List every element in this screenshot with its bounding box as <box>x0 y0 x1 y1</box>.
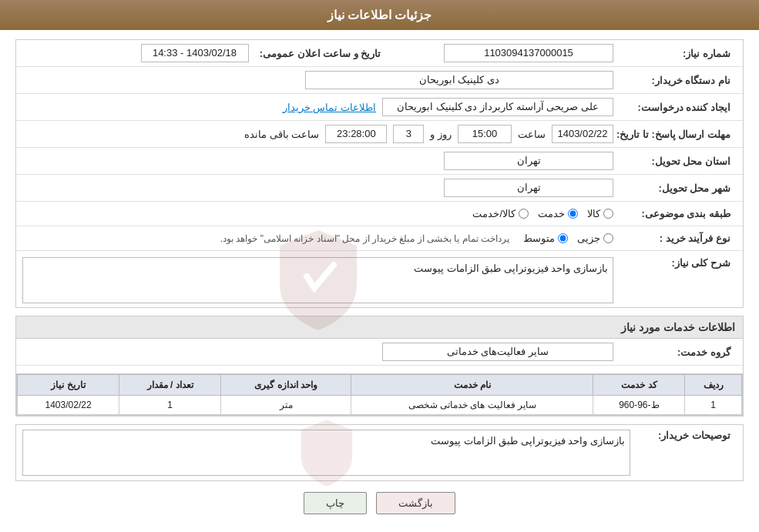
announce-value-cell: 1403/02/18 - 14:33 <box>22 44 249 62</box>
services-section-title: اطلاعات خدمات مورد نیاز <box>16 316 743 339</box>
cell-code: ط-96-960 <box>593 396 685 415</box>
requester-label: ایجاد کننده درخواست: <box>613 102 737 113</box>
reply-time-label: ساعت <box>518 129 546 140</box>
row-buyer-name: نام دستگاه خریدار: دی کلینیک ابوریحان <box>16 67 743 94</box>
buyer-desc-box: بازسازی واحد فیزیوتراپی طبق الزامات پیوس… <box>22 430 630 476</box>
reply-days-label: روز و <box>430 129 452 140</box>
content-area: شماره نیاز: 1103094137000015 تاریخ و ساع… <box>0 30 759 531</box>
province-value-cell: تهران <box>22 152 613 170</box>
page-title: جزئیات اطلاعات نیاز <box>327 8 432 22</box>
table-row: 1 ط-96-960 سایر فعالیت هاى خدماتى شخصى م… <box>18 396 742 415</box>
buyer-name-value: دی کلینیک ابوریحان <box>305 71 613 89</box>
category-khadamat-label: خدمت <box>538 208 565 219</box>
purchase-type-options: جزیی متوسط <box>523 233 613 244</box>
requester-value: علی صریحی آراسته کاربرداز دی کلینیک ابور… <box>382 98 613 116</box>
reply-days: 3 <box>393 125 424 143</box>
back-button[interactable]: بازگشت <box>376 492 455 514</box>
contact-link[interactable]: اطلاعات تماس خریدار <box>283 102 376 113</box>
purchase-type-note: پرداخت تمام یا بخشی از مبلغ خریدار از مح… <box>220 233 509 244</box>
row-requester: ایجاد کننده درخواست: علی صریحی آراسته کا… <box>16 94 743 121</box>
service-group-label: گروه خدمت: <box>613 346 737 358</box>
category-label: طبقه بندی موضوعی: <box>613 208 737 219</box>
city-value-cell: تهران <box>22 179 613 197</box>
row-city: شهر محل تحویل: تهران <box>16 175 743 202</box>
cell-date: 1403/02/22 <box>18 396 119 415</box>
page-wrapper: جزئیات اطلاعات نیاز شماره نیاز: 11030941… <box>0 0 759 532</box>
need-number-value: 1103094137000015 <box>444 44 613 62</box>
category-kala-khadamat-label: کالا/خدمت <box>472 208 516 219</box>
category-khadamat-radio[interactable] <box>568 209 578 219</box>
reply-date: 1403/02/22 <box>552 125 613 143</box>
row-province: استان محل تحویل: تهران <box>16 148 743 175</box>
general-desc-box: بازسازی واحد فیزیوتراپی طبق الزامات پیوس… <box>22 257 613 303</box>
category-kala-label: کالا <box>587 208 600 219</box>
general-desc-label: شرح کلی نیاز: <box>613 257 737 269</box>
services-section: اطلاعات خدمات مورد نیاز گروه خدمت: سایر … <box>15 316 744 417</box>
services-table-container: ردیف کد خدمت نام خدمت واحد اندازه گیری ت… <box>16 373 743 416</box>
row-general-desc: شرح کلی نیاز: بازسازی واحد فیزیوتراپی طب… <box>16 251 743 307</box>
reply-time: 15:00 <box>458 125 512 143</box>
row-reply-date: مهلت ارسال پاسخ: تا تاریخ: 1403/02/22 سا… <box>16 121 743 148</box>
purchase-type-value-cell: جزیی متوسط پرداخت تمام یا بخشی از مبلغ خ… <box>22 233 613 244</box>
purchase-type-motosat-label: متوسط <box>523 233 555 244</box>
purchase-type-motosat-radio[interactable] <box>558 233 568 243</box>
col-code: کد خدمت <box>593 375 685 396</box>
purchase-type-jozii-label: جزیی <box>577 233 600 244</box>
col-name: نام خدمت <box>351 375 593 396</box>
need-number-value-cell: 1103094137000015 <box>388 44 614 62</box>
category-options: کالا خدمت کالا/خدمت <box>22 208 613 219</box>
city-label: شهر محل تحویل: <box>613 182 737 194</box>
purchase-type-jozii-radio[interactable] <box>603 233 613 243</box>
cell-row-num: 1 <box>685 396 742 415</box>
print-button[interactable]: چاپ <box>304 492 367 514</box>
buyer-name-label: نام دستگاه خریدار: <box>613 75 737 86</box>
need-number-label: شماره نیاز: <box>613 48 737 59</box>
province-label: استان محل تحویل: <box>613 156 737 167</box>
requester-value-cell: علی صریحی آراسته کاربرداز دی کلینیک ابور… <box>22 98 613 116</box>
service-group-value: سایر فعالیت‌های خدماتی <box>382 343 613 361</box>
reply-date-label: مهلت ارسال پاسخ: تا تاریخ: <box>613 129 737 140</box>
province-value: تهران <box>444 152 613 170</box>
page-header: جزئیات اطلاعات نیاز <box>0 0 759 30</box>
row-category: طبقه بندی موضوعی: کالا خدمت کالا/خدمت <box>16 202 743 226</box>
category-kala-radio[interactable] <box>603 209 613 219</box>
category-kala[interactable]: کالا <box>587 208 613 219</box>
cell-unit: متر <box>221 396 351 415</box>
service-group-value-cell: سایر فعالیت‌های خدماتی <box>22 343 613 361</box>
row-need-number: شماره نیاز: 1103094137000015 تاریخ و ساع… <box>16 40 743 67</box>
announce-value: 1403/02/18 - 14:33 <box>141 44 249 62</box>
reply-remaining: 23:28:00 <box>325 125 387 143</box>
category-kala-khadamat[interactable]: کالا/خدمت <box>472 208 529 219</box>
buyer-desc-label: توصیحات خریدار: <box>636 430 737 441</box>
category-khadamat[interactable]: خدمت <box>538 208 578 219</box>
buyer-name-value-cell: دی کلینیک ابوریحان <box>22 71 613 89</box>
row-service-group: گروه خدمت: سایر فعالیت‌های خدماتی <box>16 339 743 366</box>
buyer-desc-section: توصیحات خریدار: بازسازی واحد فیزیوتراپی … <box>15 424 744 481</box>
purchase-type-motosat[interactable]: متوسط <box>523 233 568 244</box>
purchase-type-jozii[interactable]: جزیی <box>577 233 613 244</box>
buttons-row: بازگشت چاپ <box>15 492 744 514</box>
city-value: تهران <box>444 179 613 197</box>
col-unit: واحد اندازه گیری <box>221 375 351 396</box>
table-header-row: ردیف کد خدمت نام خدمت واحد اندازه گیری ت… <box>18 375 742 396</box>
buyer-desc-row: توصیحات خریدار: بازسازی واحد فیزیوتراپی … <box>16 425 743 480</box>
general-desc-text: بازسازی واحد فیزیوتراپی طبق الزامات پیوس… <box>414 263 608 274</box>
purchase-type-label: نوع فرآیند خرید : <box>613 233 737 244</box>
cell-name: سایر فعالیت هاى خدماتى شخصى <box>351 396 593 415</box>
services-table: ردیف کد خدمت نام خدمت واحد اندازه گیری ت… <box>17 374 742 415</box>
col-row-num: ردیف <box>685 375 742 396</box>
category-kala-khadamat-radio[interactable] <box>519 209 529 219</box>
buyer-desc-text: بازسازی واحد فیزیوتراپی طبق الزامات پیوس… <box>431 435 625 447</box>
reply-remaining-label: ساعت باقی مانده <box>244 129 319 140</box>
main-info-section: شماره نیاز: 1103094137000015 تاریخ و ساع… <box>15 39 744 308</box>
cell-qty: 1 <box>119 396 221 415</box>
general-desc-value-cell: بازسازی واحد فیزیوتراپی طبق الزامات پیوس… <box>22 257 613 303</box>
announce-label: تاریخ و ساعت اعلان عمومی: <box>249 48 388 59</box>
row-purchase-type: نوع فرآیند خرید : جزیی متوسط پرداخت تمام… <box>16 226 743 251</box>
col-qty: تعداد / مقدار <box>119 375 221 396</box>
reply-date-value-cell: 1403/02/22 ساعت 15:00 روز و 3 23:28:00 س… <box>22 125 613 143</box>
col-date: تاریخ نیاز <box>18 375 119 396</box>
